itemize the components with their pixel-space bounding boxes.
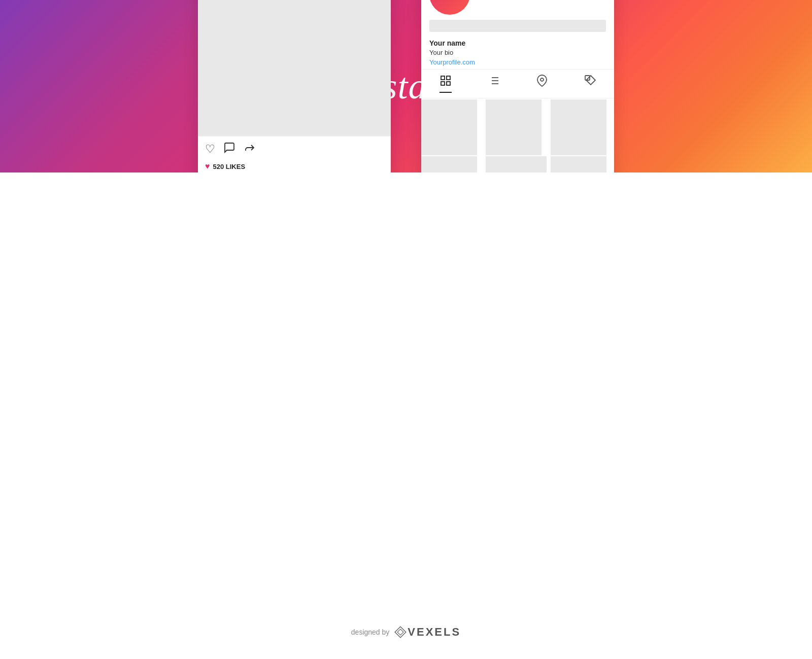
- svg-marker-24: [397, 629, 403, 635]
- edit-profile-bar: [429, 20, 606, 32]
- tab-list-icon[interactable]: [488, 75, 500, 93]
- svg-rect-8: [441, 76, 445, 80]
- profile-tabs: [421, 69, 614, 98]
- like-icon[interactable]: ♡: [205, 143, 215, 156]
- svg-rect-11: [447, 82, 450, 85]
- vexels-brand-text: VEXELS: [408, 626, 461, 639]
- grid-cell-1: [421, 99, 477, 155]
- likes-row: ♥ 520 LIKES: [205, 162, 384, 171]
- tab-tag-icon[interactable]: [584, 75, 596, 93]
- vexels-logo: VEXELS: [394, 626, 461, 639]
- grid-cell-2: [486, 99, 542, 155]
- profile-stats-row: 35500 posts 27500 followers 6540 followi…: [421, 0, 614, 20]
- post-image-area: [198, 0, 391, 136]
- svg-rect-9: [447, 76, 450, 80]
- svg-point-18: [540, 78, 544, 81]
- profile-name: Your name: [429, 39, 606, 47]
- bottom-area: designed by VEXELS: [0, 172, 812, 659]
- profile-link[interactable]: Yourprofile.com: [429, 58, 606, 66]
- profile-bio: Your bio: [429, 49, 606, 56]
- footer-area: designed by VEXELS: [0, 626, 812, 639]
- tab-location-icon[interactable]: [536, 75, 548, 93]
- profile-bio-section: Your name Your bio Yourprofile.com: [421, 36, 614, 69]
- designed-by-text: designed by: [351, 628, 390, 636]
- comment-icon[interactable]: [223, 142, 235, 157]
- svg-marker-23: [395, 627, 407, 638]
- tab-grid-icon[interactable]: [439, 75, 452, 93]
- share-icon[interactable]: [244, 142, 256, 157]
- heart-filled-icon: ♥: [205, 162, 210, 171]
- grid-cell-3: [551, 99, 606, 155]
- vexels-diamond-icon: [394, 626, 407, 638]
- svg-rect-10: [441, 82, 445, 85]
- top-banner: Instagram Instagram Usernamne Your place…: [0, 0, 812, 172]
- likes-count: 520 LIKES: [213, 163, 246, 170]
- post-actions-row: ♡: [198, 136, 391, 162]
- profile-avatar: [429, 0, 470, 15]
